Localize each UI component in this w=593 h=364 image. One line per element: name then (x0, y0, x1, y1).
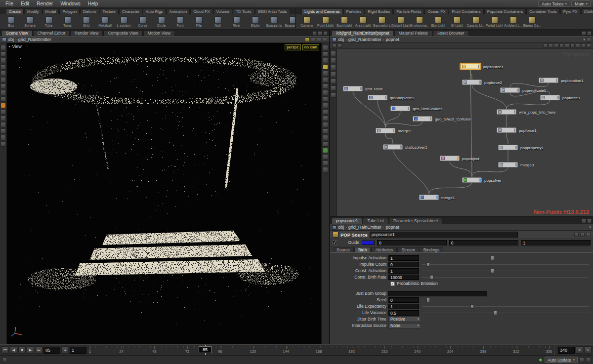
params-tab-take-list[interactable]: Take List (363, 218, 388, 224)
net-forward-nav-icon[interactable] (338, 43, 342, 48)
shelf-tool-area-light[interactable]: Area Light (354, 16, 372, 27)
shelf-tool-ambient-l[interactable]: Ambient L... (504, 16, 522, 27)
checkbox-probabilistic-emission[interactable]: ✓ (390, 282, 395, 286)
net-back-icon[interactable] (543, 43, 548, 48)
net-pointer-icon[interactable] (331, 51, 336, 56)
param-value-life-expectancy[interactable]: 1 (388, 304, 419, 309)
particles-mode-icon[interactable] (0, 96, 6, 102)
gear-icon[interactable] (574, 233, 579, 237)
wire-staticsolver1-to-merge1[interactable] (393, 149, 429, 194)
wire-geo_Ghost_Collision-to-merge2[interactable] (385, 121, 423, 127)
shelf-tool-circle[interactable]: Circle (152, 16, 170, 27)
path-crumb-grid-rainemitter[interactable]: grid_RainEmitter (18, 37, 51, 42)
slider-handle[interactable] (426, 298, 430, 302)
scene-tab-channel-editor[interactable]: Channel Editor (33, 30, 70, 36)
folder-tab-birth[interactable]: Birth (354, 247, 371, 252)
node-flag-poplocation1[interactable] (556, 79, 557, 82)
scene-tab-scene-view[interactable]: Scene View (1, 30, 33, 36)
wire-geo_BedCollider-to-merge2[interactable] (385, 111, 400, 127)
guide-value-g[interactable]: 0 (449, 240, 519, 245)
network-tab-asset-browser[interactable]: Asset Browser (433, 30, 469, 36)
node-flag-staticsolver1[interactable] (400, 145, 402, 149)
shelf-tool-box[interactable]: Box (2, 16, 20, 27)
history-back-icon[interactable] (311, 38, 315, 42)
highlight-display-icon[interactable] (323, 64, 328, 70)
menu-render[interactable]: Render (33, 1, 56, 6)
path-crumb-obj[interactable]: obj (338, 225, 344, 230)
chevron-down-icon[interactable]: ▾ (589, 225, 591, 229)
pane-maximize-icon[interactable] (587, 31, 592, 36)
node-flag-popobject[interactable] (457, 157, 459, 160)
path-crumb-grid-rainemitter[interactable]: grid_RainEmitter (348, 225, 381, 230)
shelf-tool-sky-light[interactable]: Sky Light (429, 16, 447, 27)
shelf-tool-camera[interactable]: Camera (297, 16, 316, 27)
node-popsource1[interactable]: popsource1 (461, 64, 480, 69)
wire-merge3-to-popsolver[interactable] (472, 167, 508, 177)
field-guide-icon[interactable] (323, 154, 328, 160)
pose-tool-icon[interactable] (0, 51, 6, 57)
node-popforce1[interactable]: popforce1 (497, 127, 516, 133)
shaded-display-icon[interactable] (323, 71, 328, 76)
shelf-tab-particles[interactable]: Particles (343, 8, 365, 14)
node-name-field[interactable]: popsource1 (370, 232, 518, 238)
play-button[interactable]: ▶ (27, 346, 34, 354)
shelf-tab-animation[interactable]: Animation (167, 8, 190, 14)
shelf-tab-fluid-containers[interactable]: Fluid Containers (449, 8, 483, 14)
node-flag-merge3[interactable] (515, 163, 517, 166)
pane-maximize-icon[interactable] (318, 31, 322, 36)
shelf-tab-pyro-fx[interactable]: Pyro FX (560, 8, 581, 14)
param-slider-seed[interactable] (421, 297, 590, 303)
pane-menu-icon[interactable] (587, 219, 592, 223)
node-merge2[interactable]: merge2 (376, 128, 395, 133)
node-flag-wire_pops_into_here[interactable] (514, 110, 515, 114)
lights-mode-icon[interactable] (0, 116, 6, 121)
pane-split-icon[interactable] (312, 31, 317, 36)
param-slider-const-birth-rate[interactable] (421, 275, 590, 280)
node-flag-grid_Roof[interactable] (360, 87, 362, 90)
node-popforce3[interactable]: popforce3 (540, 95, 560, 100)
layout-quad-icon[interactable] (323, 51, 328, 57)
handle-tool-icon[interactable] (0, 77, 6, 82)
shelf-tool-torus[interactable]: Torus (58, 16, 77, 27)
bones-mode-icon[interactable] (0, 128, 6, 134)
path-options-icon[interactable] (323, 38, 327, 42)
net-home-icon[interactable] (554, 43, 558, 48)
dropdown-interpolate-source[interactable]: None▾ (388, 323, 421, 328)
end-frame-field[interactable]: 340 (558, 347, 575, 354)
frame-step-icon[interactable]: ◂ (61, 346, 69, 354)
net-frame-icon[interactable] (559, 43, 564, 48)
param-value-const-birth-rate[interactable]: 10000 (388, 275, 419, 280)
params-tab-parameter-spreadsheet[interactable]: Parameter Spreadsheet (389, 218, 442, 224)
message-log-icon[interactable] (2, 358, 7, 362)
node-groundplane1[interactable]: groundplane1 (368, 95, 387, 100)
net-overview-icon[interactable] (331, 72, 336, 77)
template-display-icon[interactable] (323, 141, 328, 147)
shelf-tool-tube[interactable]: Tube (40, 16, 58, 27)
guide-color-swatch[interactable] (362, 241, 375, 245)
shelf-tab-character[interactable]: Character (119, 8, 142, 14)
param-slider-impulse-count[interactable] (421, 262, 590, 267)
handles-display-icon[interactable] (323, 128, 328, 134)
network-tab-obj-grid-rainemitter-popnet[interactable]: /obj/grid_RainEmitter/popnet (332, 30, 394, 36)
favorites-icon[interactable] (305, 38, 309, 42)
param-slider-impulse-activation[interactable] (421, 255, 590, 261)
node-flag-popsource1[interactable] (478, 65, 479, 68)
shelf-tab-rigid-bodies[interactable]: Rigid Bodies (365, 8, 393, 14)
net-back-nav-icon[interactable] (332, 43, 337, 48)
options-icon[interactable] (323, 167, 328, 172)
node-merge1[interactable]: merge1 (419, 195, 439, 200)
current-frame-field[interactable]: 85 (43, 347, 60, 354)
param-value-const-activation[interactable]: 1 (388, 268, 419, 274)
folder-tab-bindings[interactable]: Bindings (420, 247, 444, 252)
shelf-tab-model[interactable]: Model (42, 8, 59, 14)
path-crumb-obj[interactable]: obj (8, 37, 14, 42)
pin-icon[interactable] (582, 219, 586, 223)
resolution-icon[interactable] (323, 161, 328, 166)
viewport-badge-persp1[interactable]: persp1 (285, 44, 300, 50)
node-flag-popreplicate1[interactable] (517, 88, 519, 92)
node-geo_Ghost_Collision[interactable]: geo_Ghost_Collision (413, 116, 432, 121)
rotate-tool-icon[interactable] (0, 64, 6, 70)
shelf-tool-null[interactable]: Null (209, 16, 227, 27)
shelf-tab-sesi-artist-tools[interactable]: SESI Artist Tools (255, 8, 290, 14)
shelf-tab-lights-and-cameras[interactable]: Lights and Cameras (301, 8, 343, 14)
